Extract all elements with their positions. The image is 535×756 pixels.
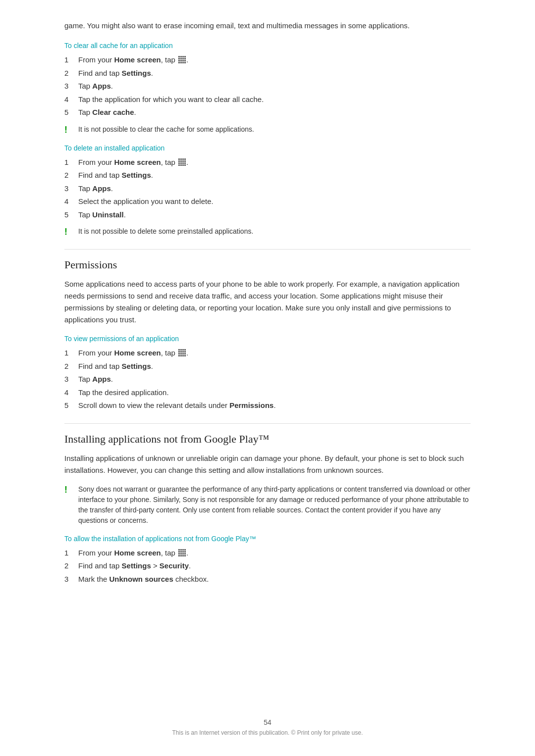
page-number: 54 bbox=[0, 718, 535, 726]
note-text: It is not possible to clear the cache fo… bbox=[78, 124, 254, 135]
delete-app-note: ! It is not possible to delete some prei… bbox=[64, 226, 471, 237]
apps-grid-icon bbox=[178, 549, 186, 557]
list-item: 3 Tap Apps. bbox=[64, 81, 471, 92]
permissions-section: Permissions Some applications need to ac… bbox=[64, 258, 471, 411]
list-item: 1 From your Home screen, tap . bbox=[64, 548, 471, 559]
view-permissions-heading: To view permissions of an application bbox=[64, 335, 471, 343]
note-icon: ! bbox=[64, 485, 78, 495]
list-item: 3 Tap Apps. bbox=[64, 183, 471, 195]
section-divider bbox=[64, 249, 471, 250]
apps-grid-icon bbox=[178, 158, 186, 166]
permissions-body: Some applications need to access parts o… bbox=[64, 278, 471, 326]
allow-install-subsection: To allow the installation of application… bbox=[64, 535, 471, 585]
delete-app-steps: 1 From your Home screen, tap . 2 Find an… bbox=[64, 157, 471, 221]
list-item: 5 Scroll down to view the relevant detai… bbox=[64, 400, 471, 411]
list-item: 1 From your Home screen, tap . bbox=[64, 54, 471, 66]
intro-paragraph: game. You might also want to erase incom… bbox=[64, 20, 471, 32]
clear-cache-section: To clear all cache for an application 1 … bbox=[64, 42, 471, 135]
allow-install-steps: 1 From your Home screen, tap . 2 Find an… bbox=[64, 548, 471, 585]
list-item: 1 From your Home screen, tap . bbox=[64, 157, 471, 168]
permissions-heading: Permissions bbox=[64, 258, 471, 271]
allow-install-heading: To allow the installation of application… bbox=[64, 535, 471, 543]
list-item: 4 Select the application you want to del… bbox=[64, 196, 471, 207]
list-item: 2 Find and tap Settings. bbox=[64, 170, 471, 181]
delete-app-section: To delete an installed application 1 Fro… bbox=[64, 144, 471, 238]
view-permissions-subsection: To view permissions of an application 1 … bbox=[64, 335, 471, 411]
page-footer: 54 This is an Internet version of this p… bbox=[0, 718, 535, 736]
note-icon: ! bbox=[64, 227, 78, 237]
list-item: 4 Tap the desired application. bbox=[64, 387, 471, 399]
list-item: 1 From your Home screen, tap . bbox=[64, 348, 471, 359]
list-item: 2 Find and tap Settings > Security. bbox=[64, 560, 471, 572]
apps-grid-icon bbox=[178, 349, 186, 357]
installing-section: Installing applications not from Google … bbox=[64, 433, 471, 585]
page-container: game. You might also want to erase incom… bbox=[0, 0, 535, 756]
view-permissions-steps: 1 From your Home screen, tap . 2 Find an… bbox=[64, 348, 471, 411]
delete-app-heading: To delete an installed application bbox=[64, 144, 471, 152]
note-text: It is not possible to delete some preins… bbox=[78, 226, 253, 237]
installing-note-text: Sony does not warrant or guarantee the p… bbox=[78, 484, 471, 526]
list-item: 4 Tap the application for which you want… bbox=[64, 94, 471, 105]
clear-cache-heading: To clear all cache for an application bbox=[64, 42, 471, 50]
list-item: 5 Tap Clear cache. bbox=[64, 107, 471, 118]
clear-cache-steps: 1 From your Home screen, tap . 2 Find an… bbox=[64, 54, 471, 118]
list-item: 5 Tap Uninstall. bbox=[64, 209, 471, 221]
installing-note-row: ! Sony does not warrant or guarantee the… bbox=[64, 484, 471, 526]
list-item: 2 Find and tap Settings. bbox=[64, 68, 471, 79]
installing-heading: Installing applications not from Google … bbox=[64, 433, 471, 446]
note-icon: ! bbox=[64, 125, 78, 135]
installing-body: Installing applications of unknown or un… bbox=[64, 453, 471, 476]
list-item: 2 Find and tap Settings. bbox=[64, 361, 471, 372]
section-divider-2 bbox=[64, 423, 471, 424]
list-item: 3 Mark the Unknown sources checkbox. bbox=[64, 574, 471, 585]
apps-grid-icon bbox=[178, 56, 186, 64]
footer-note: This is an Internet version of this publ… bbox=[0, 729, 535, 736]
list-item: 3 Tap Apps. bbox=[64, 374, 471, 385]
clear-cache-note: ! It is not possible to clear the cache … bbox=[64, 124, 471, 135]
